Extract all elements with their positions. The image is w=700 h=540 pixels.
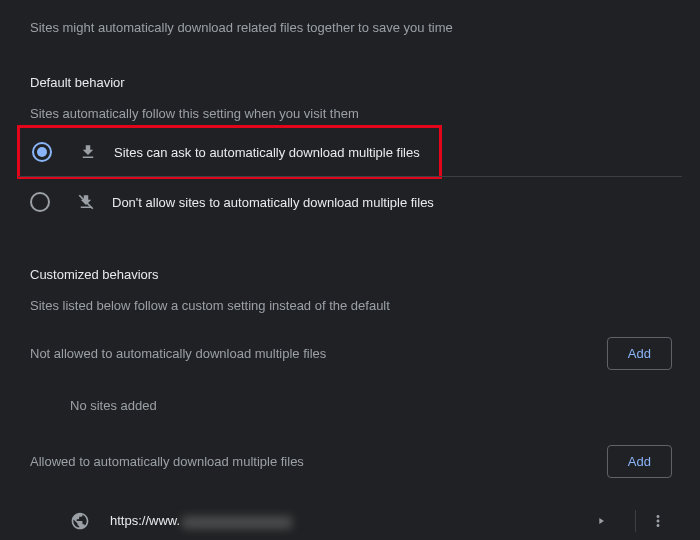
radio-option-block[interactable]: Don't allow sites to automatically downl… bbox=[18, 177, 682, 227]
globe-icon bbox=[70, 511, 90, 531]
no-sites-text: No sites added bbox=[70, 398, 682, 413]
radio-label-block: Don't allow sites to automatically downl… bbox=[112, 195, 434, 210]
radio-button-ask[interactable] bbox=[32, 142, 52, 162]
caret-right-icon[interactable] bbox=[589, 509, 613, 533]
allowed-site-row[interactable]: https://www. bbox=[18, 494, 682, 540]
add-not-allowed-button[interactable]: Add bbox=[607, 337, 672, 370]
divider bbox=[635, 510, 636, 532]
radio-option-ask[interactable]: Sites can ask to automatically download … bbox=[17, 125, 442, 179]
default-behavior-subtitle: Sites automatically follow this setting … bbox=[30, 106, 682, 121]
site-url: https://www. bbox=[110, 513, 589, 528]
download-icon bbox=[78, 142, 98, 162]
customized-title: Customized behaviors bbox=[30, 267, 682, 282]
add-allowed-button[interactable]: Add bbox=[607, 445, 672, 478]
allowed-title: Allowed to automatically download multip… bbox=[30, 454, 304, 469]
intro-text: Sites might automatically download relat… bbox=[30, 20, 682, 35]
not-allowed-title: Not allowed to automatically download mu… bbox=[30, 346, 326, 361]
download-blocked-icon bbox=[76, 192, 96, 212]
more-vert-icon[interactable] bbox=[646, 509, 670, 533]
customized-subtitle: Sites listed below follow a custom setti… bbox=[30, 298, 682, 313]
radio-label-ask: Sites can ask to automatically download … bbox=[114, 145, 420, 160]
radio-button-block[interactable] bbox=[30, 192, 50, 212]
default-behavior-title: Default behavior bbox=[30, 75, 682, 90]
